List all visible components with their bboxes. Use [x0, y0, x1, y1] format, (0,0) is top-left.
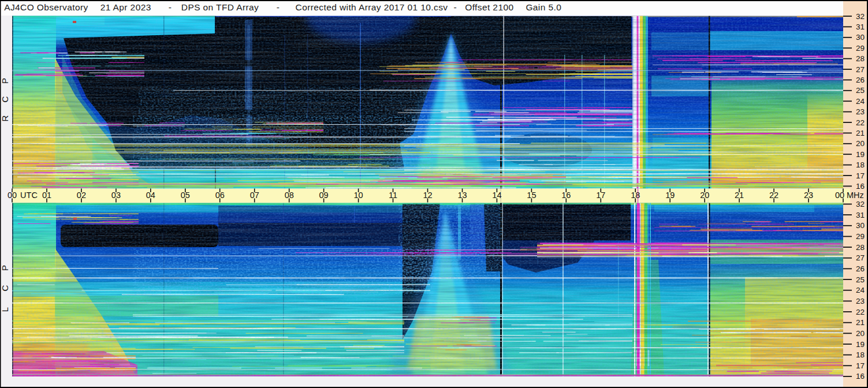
svg-text:C: C — [0, 285, 10, 291]
svg-text:21 Apr 2023: 21 Apr 2023 — [100, 2, 151, 12]
svg-text:07: 07 — [250, 191, 259, 200]
svg-text:11: 11 — [389, 191, 397, 200]
svg-text:26: 26 — [856, 76, 865, 84]
svg-text:28: 28 — [856, 243, 865, 252]
svg-text:18: 18 — [631, 191, 640, 200]
svg-text:17: 17 — [856, 171, 865, 180]
svg-text:23: 23 — [856, 107, 865, 116]
svg-text:19: 19 — [856, 340, 865, 349]
svg-text:15: 15 — [527, 191, 536, 200]
svg-text:28: 28 — [856, 54, 865, 63]
svg-text:18: 18 — [856, 350, 865, 359]
svg-text:20: 20 — [856, 329, 865, 338]
svg-text:06: 06 — [215, 191, 225, 200]
svg-text:Offset 2100: Offset 2100 — [465, 2, 513, 12]
svg-text:AJ4CO Observatory: AJ4CO Observatory — [4, 2, 88, 12]
svg-text:27: 27 — [856, 65, 865, 74]
svg-text:C: C — [0, 96, 10, 102]
svg-text:21: 21 — [856, 129, 865, 137]
svg-text:16: 16 — [561, 191, 571, 200]
svg-text:20: 20 — [856, 139, 865, 148]
svg-text:23: 23 — [804, 191, 813, 200]
svg-text:22: 22 — [856, 118, 865, 127]
svg-text:P: P — [0, 78, 10, 84]
svg-text:05: 05 — [181, 191, 190, 200]
svg-text:P: P — [0, 265, 10, 271]
svg-text:24: 24 — [856, 97, 865, 106]
svg-text:L: L — [0, 307, 10, 312]
svg-text:04: 04 — [146, 191, 155, 200]
svg-text:DPS on TFD Array: DPS on TFD Array — [181, 2, 259, 12]
svg-text:19: 19 — [665, 191, 675, 200]
svg-text:09: 09 — [319, 191, 329, 200]
svg-text:MHz: MHz — [847, 191, 864, 200]
svg-text:18: 18 — [856, 161, 865, 169]
svg-text:30: 30 — [856, 221, 865, 230]
svg-text:19: 19 — [856, 150, 865, 159]
svg-text:Gain 5.0: Gain 5.0 — [526, 2, 561, 12]
svg-text:08: 08 — [285, 191, 294, 200]
svg-text:22: 22 — [769, 191, 778, 200]
svg-text:32: 32 — [856, 12, 865, 21]
svg-text:14: 14 — [492, 191, 501, 200]
svg-text:25: 25 — [856, 275, 865, 284]
svg-text:UTC: UTC — [20, 191, 38, 200]
svg-text:00: 00 — [835, 191, 844, 200]
svg-text:-: - — [277, 2, 280, 12]
svg-text:16: 16 — [856, 182, 865, 191]
svg-text:13: 13 — [457, 191, 467, 200]
svg-text:25: 25 — [856, 86, 865, 95]
svg-text:-: - — [169, 2, 172, 12]
svg-text:21: 21 — [735, 191, 744, 200]
svg-text:20: 20 — [700, 191, 709, 200]
svg-text:31: 31 — [856, 211, 865, 219]
svg-text:00: 00 — [8, 191, 17, 200]
svg-text:23: 23 — [856, 297, 865, 305]
svg-text:02: 02 — [77, 191, 86, 200]
svg-text:16: 16 — [856, 372, 865, 380]
svg-text:29: 29 — [856, 232, 865, 241]
svg-text:17: 17 — [856, 361, 865, 370]
svg-text:22: 22 — [856, 308, 865, 316]
svg-text:01: 01 — [42, 191, 51, 200]
svg-text:31: 31 — [856, 23, 865, 31]
svg-text:26: 26 — [856, 264, 865, 273]
svg-text:R: R — [0, 115, 10, 121]
svg-text:32: 32 — [856, 200, 865, 208]
svg-text:29: 29 — [856, 44, 865, 53]
svg-text:21: 21 — [856, 318, 865, 327]
svg-text:03: 03 — [111, 191, 121, 200]
svg-text:30: 30 — [856, 33, 865, 42]
svg-text:27: 27 — [856, 253, 865, 262]
svg-text:10: 10 — [354, 191, 363, 200]
svg-text:-: - — [454, 2, 457, 12]
svg-text:12: 12 — [423, 191, 432, 200]
svg-text:17: 17 — [596, 191, 605, 200]
svg-text:Corrected with Array 2017 01 1: Corrected with Array 2017 01 10.csv — [296, 2, 448, 12]
svg-text:24: 24 — [856, 286, 865, 294]
